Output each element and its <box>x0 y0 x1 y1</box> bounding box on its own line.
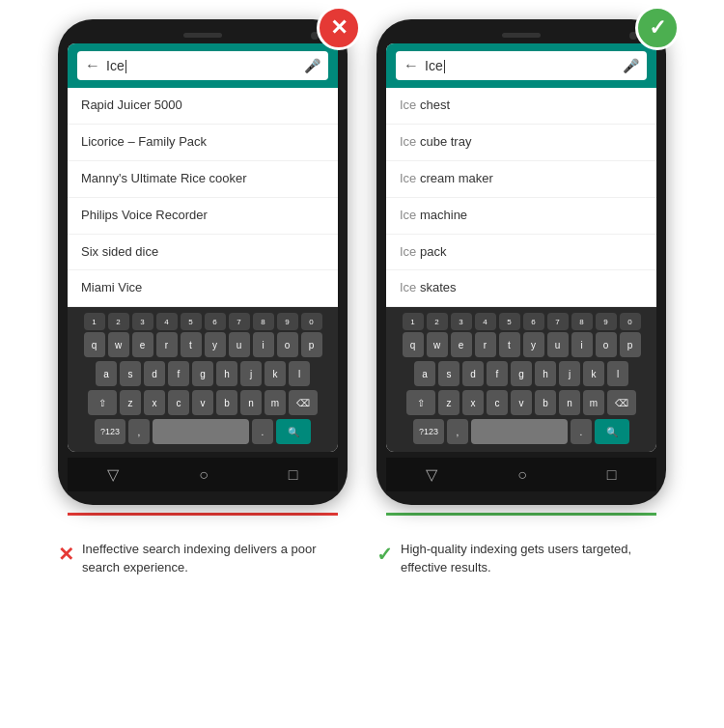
bad-key-h[interactable]: h <box>216 361 237 386</box>
good-nav-back[interactable]: ▽ <box>426 465 437 484</box>
bad-suggestion-1[interactable]: Rapid Juicer 5000 <box>68 88 338 125</box>
good-key-b[interactable]: b <box>535 390 556 415</box>
bad-key-9[interactable]: 9 <box>277 313 298 330</box>
good-key-1[interactable]: 1 <box>403 313 424 330</box>
good-key-t[interactable]: t <box>499 332 520 357</box>
good-key-2[interactable]: 2 <box>427 313 448 330</box>
bad-key-p[interactable]: p <box>301 332 322 357</box>
good-key-j[interactable]: j <box>559 361 580 386</box>
bad-key-q[interactable]: q <box>84 332 105 357</box>
bad-key-o[interactable]: o <box>277 332 298 357</box>
bad-key-c[interactable]: c <box>168 390 189 415</box>
bad-key-5[interactable]: 5 <box>181 313 202 330</box>
bad-key-shift[interactable]: ⇧ <box>88 390 117 415</box>
bad-key-0[interactable]: 0 <box>301 313 322 330</box>
bad-key-d[interactable]: d <box>144 361 165 386</box>
good-key-d[interactable]: d <box>462 361 484 386</box>
bad-key-r[interactable]: r <box>156 332 178 357</box>
bad-key-delete[interactable]: ⌫ <box>289 390 318 415</box>
good-key-v[interactable]: v <box>511 390 532 415</box>
good-key-w[interactable]: w <box>427 332 448 357</box>
bad-suggestion-6[interactable]: Miami Vice <box>68 270 338 307</box>
bad-key-num[interactable]: ?123 <box>95 419 125 444</box>
bad-key-8[interactable]: 8 <box>253 313 274 330</box>
good-key-c[interactable]: c <box>487 390 508 415</box>
bad-key-1[interactable]: 1 <box>84 313 105 330</box>
bad-key-a[interactable]: a <box>96 361 117 386</box>
good-key-h[interactable]: h <box>535 361 556 386</box>
bad-key-g[interactable]: g <box>192 361 213 386</box>
good-suggestion-1[interactable]: Ice chest <box>386 88 656 125</box>
good-key-9[interactable]: 9 <box>596 313 617 330</box>
good-key-f[interactable]: f <box>487 361 508 386</box>
bad-key-x[interactable]: x <box>144 390 165 415</box>
bad-key-s[interactable]: s <box>120 361 141 386</box>
good-key-g[interactable]: g <box>511 361 532 386</box>
mic-icon-bad[interactable]: 🎤 <box>304 58 320 73</box>
bad-key-k[interactable]: k <box>265 361 286 386</box>
back-arrow-bad[interactable]: ← <box>85 57 100 74</box>
good-key-y[interactable]: y <box>523 332 544 357</box>
bad-key-z[interactable]: z <box>120 390 141 415</box>
bad-suggestion-4[interactable]: Philips Voice Recorder <box>68 198 338 235</box>
good-key-x[interactable]: x <box>462 390 484 415</box>
bad-key-t[interactable]: t <box>181 332 202 357</box>
bad-search-text[interactable]: Ice <box>106 58 298 73</box>
good-key-delete[interactable]: ⌫ <box>607 390 636 415</box>
good-key-o[interactable]: o <box>596 332 617 357</box>
good-key-k[interactable]: k <box>583 361 604 386</box>
good-suggestion-4[interactable]: Ice machine <box>386 198 656 235</box>
good-key-comma[interactable]: , <box>447 419 468 444</box>
bad-key-l[interactable]: l <box>289 361 310 386</box>
bad-key-6[interactable]: 6 <box>205 313 226 330</box>
good-key-s[interactable]: s <box>438 361 459 386</box>
good-key-4[interactable]: 4 <box>475 313 496 330</box>
good-search-input-area[interactable]: ← Ice 🎤 <box>396 51 647 80</box>
bad-key-v[interactable]: v <box>192 390 213 415</box>
bad-key-e[interactable]: e <box>132 332 153 357</box>
bad-search-bar[interactable]: ← Ice 🎤 <box>68 43 338 88</box>
good-key-l[interactable]: l <box>607 361 628 386</box>
good-key-3[interactable]: 3 <box>451 313 472 330</box>
good-search-text[interactable]: Ice <box>425 58 617 73</box>
bad-suggestion-3[interactable]: Manny's Ultimate Rice cooker <box>68 161 338 198</box>
good-key-p[interactable]: p <box>620 332 641 357</box>
bad-key-f[interactable]: f <box>168 361 189 386</box>
good-suggestion-2[interactable]: Ice cube tray <box>386 125 656 161</box>
good-key-period[interactable]: . <box>571 419 592 444</box>
good-key-a[interactable]: a <box>414 361 435 386</box>
bad-key-n[interactable]: n <box>240 390 262 415</box>
mic-icon-good[interactable]: 🎤 <box>623 58 639 73</box>
bad-nav-back[interactable]: ▽ <box>107 465 119 484</box>
good-key-z[interactable]: z <box>438 390 459 415</box>
bad-key-w[interactable]: w <box>108 332 129 357</box>
bad-key-3[interactable]: 3 <box>132 313 153 330</box>
good-key-6[interactable]: 6 <box>523 313 544 330</box>
good-key-e[interactable]: e <box>451 332 472 357</box>
bad-key-j[interactable]: j <box>240 361 262 386</box>
good-key-i[interactable]: i <box>571 332 593 357</box>
bad-key-u[interactable]: u <box>229 332 250 357</box>
good-key-search[interactable]: 🔍 <box>595 419 629 444</box>
bad-key-m[interactable]: m <box>265 390 286 415</box>
bad-key-7[interactable]: 7 <box>229 313 250 330</box>
bad-key-space[interactable] <box>153 419 249 444</box>
bad-key-period[interactable]: . <box>252 419 273 444</box>
bad-key-comma[interactable]: , <box>128 419 150 444</box>
bad-key-search[interactable]: 🔍 <box>276 419 311 444</box>
bad-nav-recent[interactable]: □ <box>289 466 298 484</box>
bad-key-2[interactable]: 2 <box>108 313 129 330</box>
bad-suggestion-2[interactable]: Licorice – Family Pack <box>68 125 338 161</box>
good-suggestion-3[interactable]: Ice cream maker <box>386 161 656 198</box>
bad-key-4[interactable]: 4 <box>156 313 178 330</box>
good-nav-recent[interactable]: □ <box>607 466 617 484</box>
back-arrow-good[interactable]: ← <box>404 57 419 74</box>
bad-key-b[interactable]: b <box>216 390 237 415</box>
good-search-bar[interactable]: ← Ice 🎤 <box>386 43 656 88</box>
bad-suggestion-5[interactable]: Six sided dice <box>68 235 338 271</box>
good-key-num[interactable]: ?123 <box>413 419 444 444</box>
bad-nav-home[interactable]: ○ <box>199 466 209 484</box>
bad-search-input-area[interactable]: ← Ice 🎤 <box>77 51 328 80</box>
good-key-q[interactable]: q <box>403 332 424 357</box>
good-key-8[interactable]: 8 <box>571 313 593 330</box>
